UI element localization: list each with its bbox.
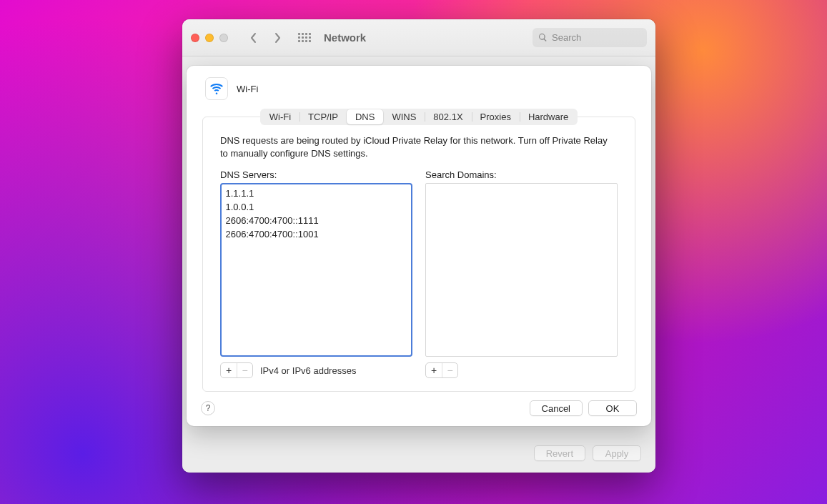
- dns-hint: IPv4 or IPv6 addresses: [260, 365, 356, 376]
- ok-button[interactable]: OK: [588, 400, 637, 416]
- grid-icon: [298, 33, 311, 42]
- apply-button[interactable]: Apply: [593, 445, 641, 461]
- close-window-button[interactable]: [191, 34, 199, 42]
- dns-server-entry[interactable]: 1.1.1.1: [226, 187, 407, 200]
- dns-tab-content: DNS requests are being routed by iCloud …: [202, 117, 635, 392]
- tab-dns[interactable]: DNS: [347, 109, 383, 124]
- dns-servers-label: DNS Servers:: [220, 169, 412, 180]
- tab-tcpip[interactable]: TCP/IP: [299, 109, 347, 124]
- private-relay-info: DNS requests are being routed by iCloud …: [220, 134, 618, 159]
- tab-hardware[interactable]: Hardware: [520, 109, 577, 124]
- sheet-header: Wi-Fi: [187, 66, 651, 107]
- network-advanced-sheet: Wi-Fi Wi-Fi TCP/IP DNS WINS 802.1X Proxi…: [187, 66, 651, 426]
- tab-wifi[interactable]: Wi-Fi: [261, 109, 299, 124]
- help-button[interactable]: ?: [201, 401, 215, 415]
- dns-servers-listbox[interactable]: 1.1.1.11.0.0.12606:4700:4700::11112606:4…: [220, 183, 412, 357]
- minimize-window-button[interactable]: [205, 34, 214, 42]
- nav-forward-button[interactable]: [268, 29, 287, 47]
- desktop-wallpaper: Network Search Revert Apply Wi-Fi: [0, 0, 827, 504]
- interface-name: Wi-Fi: [237, 84, 258, 94]
- dns-server-entry[interactable]: 1.0.0.1: [226, 200, 407, 214]
- zoom-window-button[interactable]: [219, 34, 228, 42]
- dns-remove-button[interactable]: −: [237, 363, 252, 377]
- lower-button-row: Revert Apply: [534, 445, 641, 461]
- search-input[interactable]: Search: [533, 28, 647, 47]
- dns-server-entry[interactable]: 2606:4700:4700::1001: [226, 227, 407, 241]
- search-domains-column: Search Domains: + −: [425, 169, 618, 378]
- search-domains-listbox[interactable]: [425, 183, 618, 357]
- dns-add-remove-group: + −: [220, 362, 253, 378]
- tabs-row: Wi-Fi TCP/IP DNS WINS 802.1X Proxies Har…: [187, 109, 651, 125]
- window-title: Network: [324, 31, 366, 44]
- domains-add-remove-group: + −: [425, 362, 458, 378]
- search-domains-label: Search Domains:: [425, 169, 618, 180]
- show-all-button[interactable]: [295, 29, 314, 47]
- dns-add-button[interactable]: +: [221, 363, 237, 377]
- tab-8021x[interactable]: 802.1X: [425, 109, 471, 124]
- tabs-segmented-control: Wi-Fi TCP/IP DNS WINS 802.1X Proxies Har…: [260, 109, 578, 125]
- window-controls: [191, 34, 228, 42]
- dns-server-entry[interactable]: 2606:4700:4700::1111: [226, 214, 407, 227]
- tab-wins[interactable]: WINS: [383, 109, 425, 124]
- nav-back-button[interactable]: [244, 29, 262, 47]
- tab-proxies[interactable]: Proxies: [472, 109, 520, 124]
- domains-remove-button[interactable]: −: [442, 363, 457, 377]
- dns-servers-column: DNS Servers: 1.1.1.11.0.0.12606:4700:470…: [220, 169, 412, 378]
- sheet-footer: ? Cancel OK: [187, 392, 651, 416]
- wifi-icon: [205, 77, 228, 100]
- system-preferences-window: Network Search Revert Apply Wi-Fi: [182, 19, 655, 473]
- window-titlebar: Network Search: [182, 19, 655, 56]
- domains-add-button[interactable]: +: [426, 363, 442, 377]
- search-icon: [538, 33, 548, 42]
- revert-button[interactable]: Revert: [534, 445, 585, 461]
- cancel-button[interactable]: Cancel: [530, 400, 583, 416]
- search-placeholder: Search: [552, 32, 581, 43]
